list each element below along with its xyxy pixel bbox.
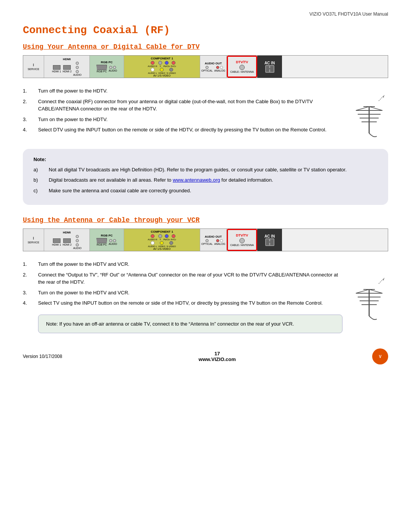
note-item-a: a) Not all digital TV broadcasts are Hig…: [33, 166, 378, 174]
svg-line-7: [369, 107, 382, 110]
note-box-1: Note: a) Not all digital TV broadcasts a…: [23, 149, 388, 205]
instructions-list-1: 1. Turn off the power to the HDTV. 2. Co…: [23, 87, 342, 134]
service-label-top: |: [33, 63, 34, 66]
component-pr: Pr/Cr: [171, 61, 176, 67]
ac-section: AC IN: [257, 56, 282, 78]
antennaweb-link[interactable]: www.antennaweb.org: [173, 177, 220, 183]
manual-header: VIZIO VO37L FHDTV10A User Manual: [23, 11, 388, 17]
instruction-2-1: 1. Turn off the power to the HDTV and VC…: [23, 260, 342, 268]
svg-marker-9: [382, 95, 384, 98]
dtv-label-2: DTV/TV: [236, 233, 248, 237]
instructions-list-2: 1. Turn off the power to the HDTV and VC…: [23, 260, 342, 307]
instruction-2-4: 4. Select TV using the INPUT button on t…: [23, 299, 342, 307]
ac-prong-right-2: [269, 243, 270, 245]
ac-prong-left-2: [269, 239, 270, 242]
service-section: | SERVICE: [23, 56, 44, 78]
dtv-label: DTV/TV: [236, 60, 248, 64]
component-section-2: COMPONENT 1 AUDIO R Y Pb/Cb Pr/Cr: [124, 229, 200, 251]
analog-port-2: ANALOG: [214, 239, 225, 245]
antenna-svg-2: [352, 274, 386, 320]
footer-center: 17 www.VIZIO.com: [199, 351, 236, 362]
hdmi2-port-2: HDMI 2: [62, 238, 72, 246]
cable-antenna-port-2: CABLE / ANTENNA: [230, 238, 254, 246]
hdmi-audio-port: AUDIO: [73, 62, 81, 76]
inner-note-text: Note: If you have an off-air antenna or …: [46, 321, 294, 327]
note-item-c: c) Make sure the antenna and coaxial cab…: [33, 187, 378, 195]
section2-content: 1. Turn off the power to the HDTV and VC…: [23, 260, 388, 333]
rgb-label-top-2: RGB PC: [101, 234, 113, 237]
hdmi1-port-2: HDMI 1: [52, 238, 61, 246]
rgb-audio-port-2: AUDIO: [108, 239, 117, 245]
component-audio-r-2: AUDIO R: [148, 234, 157, 241]
instruction-2-3: 3. Turn on the power to the HDTV and VCR…: [23, 289, 342, 297]
vizio-logo: V: [372, 348, 388, 364]
antenna-image-1: [350, 87, 388, 141]
section2-instructions: 1. Turn off the power to the HDTV and VC…: [23, 260, 342, 333]
vizio-logo-text: V: [379, 355, 382, 359]
component-audio-l-2: AUDIO L: [148, 241, 157, 248]
svg-line-17: [369, 289, 382, 293]
page-title: Connecting Coaxial (RF): [23, 24, 388, 36]
instruction-1-3: 3. Turn on the power to the HDTV.: [23, 116, 342, 123]
audio-out-section-2: AUDIO OUT OPTICAL ANALOG: [200, 229, 227, 251]
footer: Version 10/17/2008 17 www.VIZIO.com V: [23, 345, 388, 364]
ac-section-2: AC IN: [257, 229, 282, 251]
rgb-pc-port-2: RGB PC: [96, 238, 107, 246]
component-audio-r: AUDIO R: [148, 61, 157, 67]
service-label-2: SERVICE: [28, 241, 40, 244]
dtv-section-2: DTV/TV CABLE / ANTENNA: [227, 229, 257, 251]
antenna-svg-1: [352, 91, 386, 137]
av-svideo-label: AV 1/S-VIDEO: [153, 74, 170, 77]
optical-port-2: OPTICAL: [201, 239, 213, 245]
dtv-section: DTV/TV CABLE / ANTENNA: [227, 56, 257, 78]
component-y-2: Y: [158, 234, 162, 241]
section1-instructions: 1. Turn off the power to the HDTV. 2. Co…: [23, 87, 342, 141]
svg-marker-19: [382, 278, 384, 281]
rgb-section-2: RGB PC RGB PC AUDIO: [90, 229, 124, 251]
manual-title: VIZIO VO37L FHDTV10A User Manual: [309, 11, 388, 17]
component-pb: Pb/Cb: [163, 61, 170, 67]
component-svideo-2: S-VIDEO: [167, 241, 176, 248]
component-video-2: VIDEO: [158, 241, 166, 248]
ac-label-2: AC IN: [264, 234, 275, 238]
av-svideo-label-2: AV 1/S-VIDEO: [153, 248, 170, 250]
component-pr-2: Pr/Cr: [171, 234, 176, 241]
component-video: VIDEO: [158, 68, 166, 74]
component-audio-l: AUDIO L: [148, 68, 157, 74]
instruction-1-2: 2. Connect the coaxial (RF) connector fr…: [23, 98, 342, 113]
svg-line-6: [356, 107, 369, 110]
service-section-2: | SERVICE: [23, 229, 44, 251]
component-pb-2: Pb/Cb: [163, 234, 170, 241]
component-section: COMPONENT 1 AUDIO R Y Pb/Cb Pr/Cr: [124, 56, 200, 78]
hdmi2-port: HDMI 2: [62, 65, 72, 73]
component-label-top: COMPONENT 1: [151, 57, 173, 60]
ac-plug: [265, 65, 274, 73]
hdmi-section-2: HDMI HDMI 1 HDMI 2 AUDIO: [44, 229, 90, 251]
hdmi-label-top: HDMI: [63, 58, 70, 61]
audio-out-label-top-2: AUDIO OUT: [205, 235, 222, 238]
rgb-audio-port: AUDIO: [108, 66, 117, 72]
footer-page-number: 17: [214, 351, 220, 356]
instruction-1-4: 4. Select DTV using the INPUT button on …: [23, 126, 342, 134]
component-label-top-2: COMPONENT 1: [151, 230, 173, 233]
connector-diagram-1: | SERVICE HDMI HDMI 1 HDMI 2 AUDIO: [23, 55, 388, 78]
ac-prong-left: [269, 66, 270, 69]
hdmi-audio-port-2: AUDIO: [73, 235, 81, 249]
instruction-1-1: 1. Turn off the power to the HDTV.: [23, 87, 342, 95]
hdmi1-port: HDMI 1: [52, 65, 61, 73]
note-list-1: a) Not all digital TV broadcasts are Hig…: [33, 166, 378, 195]
cable-antenna-port: CABLE / ANTENNA: [230, 65, 254, 73]
component-svideo: S-VIDEO: [167, 68, 176, 74]
section2-title: Using the Antenna or Cable through your …: [23, 216, 388, 224]
service-label-top-2: |: [33, 236, 34, 240]
rgb-pc-port: RGB PC: [96, 65, 107, 73]
section1-title: Using Your Antenna or Digital Cable for …: [23, 43, 388, 51]
connector-diagram-2: | SERVICE HDMI HDMI 1 HDMI 2 AUDIO: [23, 228, 388, 251]
hdmi-label-top-2: HDMI: [63, 231, 70, 234]
optical-port: OPTICAL: [201, 66, 213, 72]
ac-prong-right: [269, 69, 270, 72]
inner-note-box: Note: If you have an off-air antenna or …: [38, 315, 342, 334]
note-title-1: Note:: [33, 157, 378, 162]
ac-label: AC IN: [264, 61, 275, 65]
analog-port: ANALOG: [214, 66, 225, 72]
